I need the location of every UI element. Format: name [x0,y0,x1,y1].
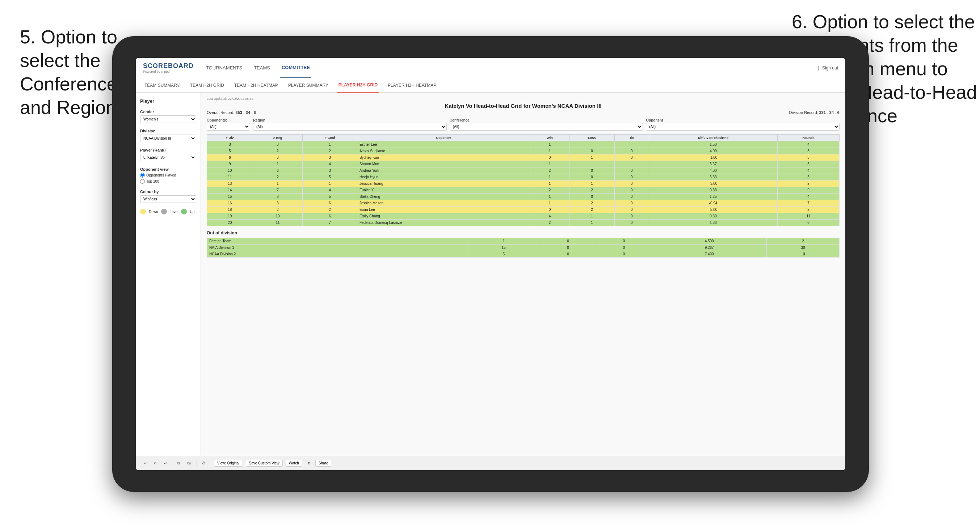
view-original-btn[interactable]: View: Original [214,460,243,467]
legend: Down Level Up [140,209,196,214]
subnav-player-summary[interactable]: PLAYER SUMMARY [287,78,330,93]
opponent-view-options: Opponents Played Top 100 [140,173,196,184]
table-row: 20117Federica Domecq Lacroze2101.336 [207,219,840,226]
last-updated: Last Updated: 27/03/2024 08:34 [207,97,840,100]
nav-teams[interactable]: TEAMS [252,58,272,78]
player-section: Player [140,98,196,104]
player-rank-label: Player (Rank) [140,148,196,152]
separator: | [818,65,819,70]
division-label: Division [140,129,196,133]
table-row: 522Alexis Sudjianto1004.003 [207,148,840,154]
tablet-device: SCOREBOARD Powered by clippd TOURNAMENTS… [112,36,869,492]
paste-btn[interactable]: ⧉↓ [185,460,194,467]
radio-top100[interactable]: Top 100 [140,179,196,184]
undo2-btn[interactable]: ↩ [162,460,169,466]
table-row: 1474Eunice Yi2200.389 [207,187,840,194]
ood-table-row: NCAA Division 25007.40010 [207,251,840,257]
col-conf: # Conf [303,135,357,141]
col-tie: Tie [614,135,649,141]
toolbar-bottom: ↩ ↺ ↩ ⧉ ⧉↓ ⏱ View: Original Save Custom … [136,456,845,470]
subnav-team-summary[interactable]: TEAM SUMMARY [143,78,181,93]
colour-by-section: Colour by Win/loss [140,189,196,203]
left-sidebar: Player Gender Women's Division NCAA Divi… [136,93,201,456]
legend-down-label: Down [149,210,158,214]
opponents-filter: Opponents: (All) [207,118,250,130]
ood-table-row: Foreign Team1004.5002 [207,238,840,244]
subnav-team-h2h-grid[interactable]: TEAM H2H GRID [189,78,226,93]
table-row: 633Sydney Kuo010-1.003 [207,154,840,161]
colour-by-select[interactable]: Win/loss [140,195,196,203]
gender-label: Gender [140,110,196,114]
overall-record: Overall Record: 353 - 34 - 6 [207,110,256,115]
legend-up-label: Up [190,210,194,214]
division-select[interactable]: NCAA Division III [140,135,196,142]
logo-text: SCOREBOARD [143,62,194,70]
region-filter: Region (All) [253,118,447,130]
sign-out[interactable]: Sign out [822,65,838,70]
subnav-player-h2h-grid[interactable]: PLAYER H2H GRID [337,78,379,93]
division-section: Division NCAA Division III [140,129,196,142]
radio-opponents-played[interactable]: Opponents Played [140,173,196,178]
table-row: 1636Jessica Mason120-0.947 [207,200,840,206]
save-custom-btn[interactable]: Save Custom View [246,460,283,467]
opponent-view-section: Opponent view Opponents Played Top 100 [140,167,196,184]
logo-area: SCOREBOARD Powered by clippd [143,62,194,73]
table-row: 1311Jessica Huang110-3.002 [207,181,840,187]
col-rounds: Rounds [778,135,840,141]
table-row: 1822Euna Lee020-5.002 [207,206,840,213]
gender-select[interactable]: Women's [140,115,196,123]
copy-btn[interactable]: ⧉ [175,460,182,467]
division-record: Division Record: 331 - 34 - 6 [789,110,840,115]
records-row: Overall Record: 353 - 34 - 6 Division Re… [207,110,840,115]
share-icon[interactable]: ⬆ [305,460,312,466]
clock-btn[interactable]: ⏱ [200,460,208,466]
colour-by-label: Colour by [140,189,196,194]
opponent-select[interactable]: (All) [646,123,840,130]
redo-btn[interactable]: ↺ [152,460,159,466]
main-content: Player Gender Women's Division NCAA Divi… [136,93,845,456]
header-right: | Sign out [818,65,838,70]
subnav-player-h2h-heatmap[interactable]: PLAYER H2H HEATMAP [386,78,438,93]
nav-tournaments[interactable]: TOURNAMENTS [205,58,243,78]
share-btn[interactable]: Share [315,460,332,467]
col-diff: Diff Av Strokes/Rnd [649,135,777,141]
separator3 [211,460,211,467]
separator2 [197,460,197,467]
col-div: # Div [207,135,253,141]
undo-btn[interactable]: ↩ [142,460,149,466]
col-win: Win [530,135,570,141]
col-opponent: Opponent [357,135,530,141]
out-of-division-title: Out of division [207,230,840,235]
sub-nav: TEAM SUMMARY TEAM H2H GRID TEAM H2H HEAT… [136,78,845,93]
opponent-view-label: Opponent view [140,167,196,171]
watch-btn[interactable]: Watch [286,460,302,467]
table-row: 331Esther Lee11.504 [207,141,840,148]
subnav-team-h2h-heatmap[interactable]: TEAM H2H HEATMAP [233,78,280,93]
legend-level-label: Level [170,210,178,214]
col-loss: Loss [570,135,615,141]
logo-sub: Powered by clippd [143,70,194,73]
nav-committee[interactable]: COMMITTEE [280,58,311,78]
ood-table-row: NAIA Division 115009.26730 [207,244,840,251]
table-row: 1063Andrea York2004.004 [207,167,840,174]
conference-select[interactable]: (All) [450,123,643,130]
opponents-select[interactable]: (All) [207,123,250,130]
gender-section: Gender Women's [140,110,196,123]
legend-up-dot [181,209,187,214]
player-rank-section: Player (Rank) 8. Katelyn Vo [140,148,196,161]
table-row: 1585Stella Cheng1001.254 [207,194,840,200]
legend-down-dot [140,209,146,214]
opponent-filter-label: Opponent [646,118,840,122]
main-nav: TOURNAMENTS TEAMS COMMITTEE [205,58,818,78]
opponent-filter: Opponent (All) [646,118,840,130]
player-label: Player [140,98,196,104]
table-row: 914Sharon Mun13.673 [207,161,840,167]
player-rank-select[interactable]: 8. Katelyn Vo [140,154,196,161]
table-row: 1125Heejo Hyun1003.333 [207,174,840,181]
filter-row: Opponents: (All) Region (All) Conference [207,118,840,130]
separator1 [172,460,172,467]
region-label: Region [253,118,447,122]
table-row: 19106Emily Chang4100.3011 [207,213,840,219]
content-area: Last Updated: 27/03/2024 08:34 Katelyn V… [201,93,845,456]
region-select[interactable]: (All) [253,123,447,130]
